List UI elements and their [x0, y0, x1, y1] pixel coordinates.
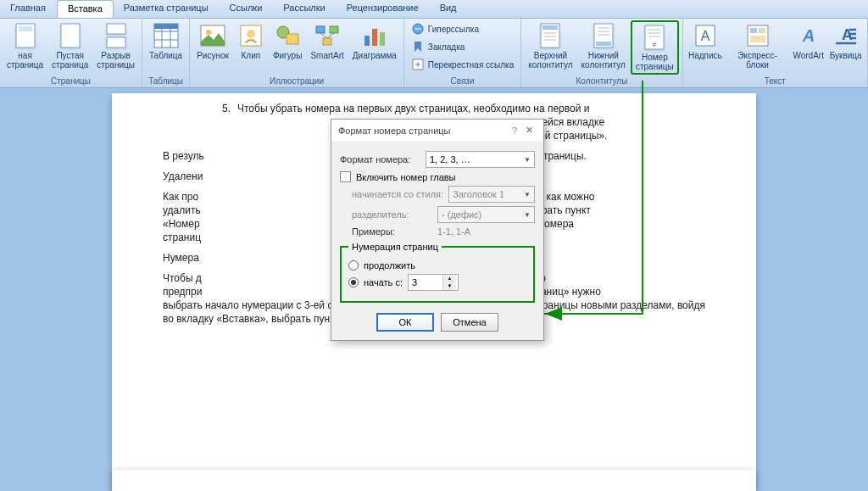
svg-rect-1 [19, 26, 32, 31]
table-icon [153, 22, 180, 49]
page-icon [12, 22, 39, 49]
tab-insert[interactable]: Вставка [57, 0, 114, 18]
start-at-radio[interactable] [348, 277, 359, 287]
cover-page-button[interactable]: ная страница [3, 20, 47, 71]
fieldset-legend: Нумерация страниц [348, 242, 442, 252]
svg-rect-26 [542, 25, 558, 30]
quickparts-icon [744, 22, 771, 49]
svg-rect-19 [323, 38, 331, 45]
ribbon-tabs: Главная Вставка Разметка страницы Ссылки… [0, 0, 868, 19]
dialog-titlebar[interactable]: Формат номера страницы ? ✕ [331, 120, 543, 141]
chevron-down-icon: ▼ [524, 191, 531, 198]
svg-rect-44 [759, 28, 765, 33]
svg-rect-17 [316, 26, 325, 33]
svg-rect-43 [750, 28, 757, 33]
group-header-footer: Верхний колонтитул Нижний колонтитул # Н… [521, 19, 682, 87]
page-icon [57, 22, 84, 49]
smartart-button[interactable]: SmartArt [307, 20, 347, 62]
hyperlink-button[interactable]: Гиперссылка [408, 20, 517, 37]
clip-icon [237, 22, 264, 49]
table-button[interactable]: Таблица [146, 20, 186, 62]
page-number-format-dialog: Формат номера страницы ? ✕ Формат номера… [331, 119, 544, 341]
separator-combo: - (дефис)▼ [437, 206, 535, 223]
list-number: 5. [163, 102, 231, 142]
start-at-spinner[interactable]: ▲▼ [408, 274, 459, 291]
wordart-icon: A [795, 22, 822, 49]
chevron-down-icon: ▼ [524, 211, 531, 219]
group-label: Колонтитулы [521, 75, 682, 87]
textbox-button[interactable]: A Надпись [687, 20, 724, 62]
hyperlink-icon [411, 22, 425, 36]
continue-radio[interactable] [348, 260, 359, 271]
svg-rect-4 [107, 37, 125, 47]
chevron-down-icon: ▼ [524, 156, 531, 164]
include-chapter-label: Включить номер главы [356, 172, 456, 182]
tab-mail[interactable]: Рассылки [273, 0, 336, 18]
page-break-icon [103, 22, 130, 49]
svg-text:A: A [801, 26, 814, 45]
svg-rect-18 [330, 26, 338, 33]
page-number-icon: # [641, 24, 668, 51]
svg-point-12 [206, 30, 211, 35]
svg-rect-22 [380, 32, 385, 46]
chart-icon [361, 22, 388, 49]
picture-icon [199, 22, 226, 49]
svg-text:#: # [653, 41, 657, 48]
bookmark-icon [411, 40, 425, 53]
spin-down[interactable]: ▼ [443, 282, 456, 290]
picture-button[interactable]: Рисунок [193, 20, 232, 62]
ok-button[interactable]: ОК [376, 313, 434, 332]
dropcap-icon: A [832, 22, 860, 49]
tab-home[interactable]: Главная [0, 0, 57, 18]
dropcap-button[interactable]: A Буквица [827, 20, 864, 62]
number-format-combo[interactable]: 1, 2, 3, …▼ [426, 151, 535, 168]
examples-label: Примеры: [352, 226, 432, 237]
tab-view[interactable]: Вид [430, 0, 468, 18]
spin-up[interactable]: ▲ [443, 275, 456, 282]
document-page-next[interactable] [112, 470, 756, 491]
ribbon: ная страница Пустая страница Разрыв стра… [0, 19, 868, 88]
chart-button[interactable]: Диаграмма [349, 20, 400, 62]
blank-page-button[interactable]: Пустая страница [48, 20, 92, 71]
tab-links[interactable]: Ссылки [220, 0, 274, 18]
starts-style-label: начинается со стиля: [352, 189, 443, 199]
group-tables: Таблица Таблицы [142, 19, 190, 87]
page-number-button[interactable]: # Номер страницы [631, 20, 679, 75]
textbox-icon: A [692, 22, 719, 49]
clip-button[interactable]: Клип [234, 20, 268, 62]
group-label: Таблицы [142, 75, 189, 87]
wordart-button[interactable]: A WordArt [791, 20, 826, 62]
include-chapter-checkbox[interactable] [340, 171, 351, 182]
group-label: Иллюстрации [190, 75, 403, 87]
page-break-button[interactable]: Разрыв страницы [93, 20, 138, 71]
svg-rect-10 [154, 24, 178, 29]
cancel-button[interactable]: Отмена [441, 313, 498, 332]
separator-label: разделитель: [352, 209, 432, 220]
crossref-button[interactable]: Перекрестная ссылка [408, 56, 517, 73]
tab-review[interactable]: Рецензирование [337, 0, 430, 18]
svg-text:A: A [701, 29, 710, 43]
header-button[interactable]: Верхний колонтитул [525, 20, 576, 71]
close-button[interactable]: ✕ [522, 125, 537, 136]
svg-rect-21 [372, 29, 377, 46]
shapes-icon [274, 22, 301, 49]
group-pages: ная страница Пустая страница Разрыв стра… [0, 19, 142, 87]
svg-rect-2 [61, 24, 80, 47]
page-numbering-fieldset: Нумерация страниц продолжить начать с: ▲… [340, 242, 535, 303]
starts-style-combo: Заголовок 1▼ [448, 186, 535, 203]
start-at-input[interactable] [409, 275, 442, 290]
group-text: A Надпись Экспресс-блоки A WordArt A Бук… [683, 19, 868, 87]
format-label: Формат номера: [340, 154, 420, 165]
quickparts-button[interactable]: Экспресс-блоки [726, 20, 789, 71]
svg-rect-3 [107, 24, 125, 34]
footer-button[interactable]: Нижний колонтитул [578, 20, 629, 71]
bookmark-button[interactable]: Закладка [408, 38, 517, 55]
footer-icon [590, 22, 617, 49]
help-button[interactable]: ? [507, 126, 522, 136]
tab-layout[interactable]: Разметка страницы [114, 0, 220, 18]
svg-rect-20 [364, 36, 370, 46]
continue-label: продолжить [364, 260, 415, 271]
header-icon [537, 22, 564, 49]
shapes-button[interactable]: Фигуры [270, 20, 305, 62]
group-links: Гиперссылка Закладка Перекрестная ссылка… [404, 19, 521, 87]
